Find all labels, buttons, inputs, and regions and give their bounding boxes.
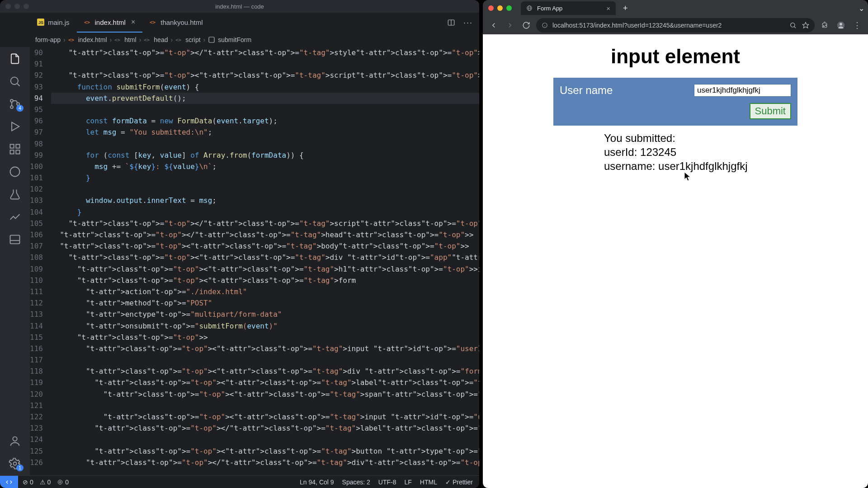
window-controls[interactable] <box>5 4 29 9</box>
svg-point-27 <box>58 480 62 484</box>
svg-point-14 <box>10 106 13 108</box>
explorer-icon[interactable] <box>9 52 21 65</box>
browser-tab-title: Form App <box>537 5 562 12</box>
crumb-script[interactable]: script <box>185 36 200 43</box>
vscode-titlebar: index.html — code <box>0 0 479 13</box>
activity-bar: 4 1 <box>0 47 30 475</box>
run-debug-icon[interactable] <box>9 120 21 133</box>
panel-icon[interactable] <box>9 233 21 246</box>
language-mode[interactable]: HTML <box>420 479 437 486</box>
bookmark-star-icon[interactable] <box>802 22 809 29</box>
crumb-html[interactable]: html <box>124 36 136 43</box>
warnings-count[interactable]: ⚠ 0 <box>40 479 51 486</box>
source-control-icon[interactable]: 4 <box>9 98 21 110</box>
browser-tab[interactable]: Form App × <box>521 1 616 15</box>
remote-icon[interactable] <box>9 165 21 178</box>
tab-main-js[interactable]: JS main.js <box>30 13 77 33</box>
new-tab-button[interactable]: + <box>619 4 632 13</box>
svg-text:<>: <> <box>175 37 182 43</box>
breadcrumbs[interactable]: form-app› <> index.html› <> html› <> hea… <box>0 33 479 47</box>
crumb-folder[interactable]: form-app <box>35 36 61 43</box>
menu-icon[interactable]: ⋮ <box>851 19 863 32</box>
svg-point-34 <box>791 23 795 27</box>
username-input[interactable] <box>694 84 791 97</box>
address-bar[interactable]: localhost:5173/index.html?userId=123245&… <box>536 18 815 33</box>
chevron-right-icon: › <box>203 36 206 43</box>
window-title: index.html — code <box>215 3 264 10</box>
svg-text:<>: <> <box>68 37 75 43</box>
graph-icon[interactable] <box>9 211 21 223</box>
encoding[interactable]: UTF-8 <box>378 479 396 486</box>
formatter[interactable]: ✓ Prettier <box>445 479 473 486</box>
form-body: User name Submit <box>553 78 797 126</box>
svg-point-11 <box>11 77 18 84</box>
html-file-icon: <> <box>84 19 91 26</box>
zoom-dot-icon[interactable] <box>506 5 512 11</box>
search-icon[interactable] <box>9 75 21 88</box>
line-gutter: 9091929394959697989910010110210310410510… <box>30 47 51 475</box>
tab-label: index.html <box>95 19 126 26</box>
crumb-head[interactable]: head <box>154 36 168 43</box>
svg-point-26 <box>60 481 61 483</box>
zoom-icon[interactable] <box>789 22 797 29</box>
eol[interactable]: LF <box>405 479 412 486</box>
username-label: User name <box>560 84 613 97</box>
crumb-function[interactable]: submitForm <box>218 36 251 43</box>
svg-point-13 <box>10 99 13 102</box>
profile-avatar-icon[interactable] <box>835 19 847 32</box>
settings-badge: 1 <box>16 465 24 471</box>
editor-tabs: JS main.js <> index.html × <> thankyou.h… <box>0 13 479 33</box>
more-icon[interactable]: ··· <box>463 18 473 28</box>
chevron-right-icon: › <box>139 36 142 43</box>
zoom-dot-icon[interactable] <box>24 4 29 9</box>
submit-button[interactable]: Submit <box>750 103 791 119</box>
chevron-right-icon: › <box>63 36 66 43</box>
ports-count[interactable]: 0 <box>57 479 69 486</box>
svg-marker-16 <box>12 122 19 131</box>
code-content[interactable]: "t-attr">class"t-op">="t-op"></"t-attr">… <box>51 47 479 475</box>
back-button[interactable] <box>487 19 500 32</box>
close-icon[interactable]: × <box>131 18 135 26</box>
tab-index-html[interactable]: <> index.html × <box>77 13 143 33</box>
browser-tab-strip: Form App × + ⌄ <box>483 0 868 16</box>
svg-text:<>: <> <box>114 37 121 43</box>
tabs-dropdown-icon[interactable]: ⌄ <box>859 4 864 13</box>
accounts-icon[interactable] <box>9 435 21 447</box>
svg-line-35 <box>794 27 796 28</box>
split-editor-icon[interactable] <box>447 19 455 27</box>
cursor-position[interactable]: Ln 94, Col 9 <box>300 479 334 486</box>
minimize-dot-icon[interactable] <box>14 4 20 9</box>
tab-label: main.js <box>48 19 70 26</box>
indentation[interactable]: Spaces: 2 <box>342 479 370 486</box>
reload-button[interactable] <box>520 19 533 32</box>
svg-rect-10 <box>209 37 214 42</box>
code-editor[interactable]: 9091929394959697989910010110210310410510… <box>30 47 479 475</box>
tag-icon: <> <box>144 36 151 43</box>
close-icon[interactable]: × <box>606 5 610 12</box>
svg-line-12 <box>17 84 20 86</box>
svg-text:<>: <> <box>150 19 156 25</box>
crumb-file[interactable]: index.html <box>78 36 107 43</box>
vscode-window: index.html — code JS main.js <> index.ht… <box>0 0 479 488</box>
globe-icon <box>526 5 533 11</box>
output-text: You submitted: userId: 123245 username: … <box>553 131 797 174</box>
minimize-dot-icon[interactable] <box>497 5 503 11</box>
svg-rect-18 <box>16 145 19 148</box>
site-info-icon[interactable] <box>542 22 548 28</box>
remote-indicator[interactable] <box>0 476 18 488</box>
extensions-icon[interactable] <box>9 143 21 155</box>
errors-count[interactable]: ⊘ 0 <box>23 479 33 486</box>
tab-thankyou-html[interactable]: <> thankyou.html <box>142 13 210 33</box>
extensions-icon[interactable] <box>818 19 831 32</box>
url-text: localhost:5173/index.html?userId=123245&… <box>552 22 722 29</box>
window-controls[interactable] <box>488 5 512 11</box>
close-dot-icon[interactable] <box>488 5 494 11</box>
test-icon[interactable] <box>9 188 21 201</box>
function-icon <box>208 36 215 43</box>
close-dot-icon[interactable] <box>5 4 11 9</box>
rendered-page: input element User name Submit You submi… <box>483 34 868 488</box>
settings-gear-icon[interactable]: 1 <box>9 457 21 470</box>
scm-badge: 4 <box>16 105 24 112</box>
svg-point-25 <box>14 462 17 465</box>
svg-point-24 <box>13 437 17 441</box>
